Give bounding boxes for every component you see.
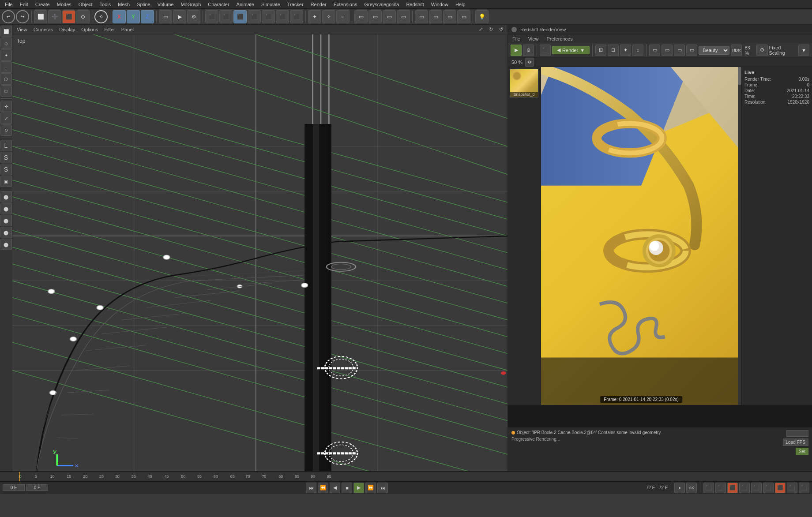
current-frame-input[interactable] [3,484,25,491]
tool-scale-side[interactable]: ⤢ [0,112,12,124]
rs-percent-settings[interactable]: ⚙ [525,58,534,67]
tool-edge[interactable]: ✦ [0,49,12,61]
axis-y-button[interactable]: Y [127,10,140,23]
console-btn[interactable]: ⬛ [763,483,774,493]
deform-4[interactable]: ▭ [457,10,470,23]
render-vp[interactable]: ▭ [397,10,410,23]
tool-polygon[interactable]: ◇ [0,37,12,49]
menu-redshift[interactable]: Redshift [403,1,427,8]
vp-menu-display[interactable]: Display [57,27,77,32]
tool-object[interactable]: ⬜ [0,26,12,37]
tool-5[interactable]: ⬛ [262,10,275,23]
tool-material[interactable]: ⬤ [0,191,12,202]
vp-menu-panel[interactable]: Panel [120,27,135,32]
menu-greyscalegorilla[interactable]: Greyscalegorilla [361,1,402,8]
tool-pen[interactable]: S [0,164,12,175]
vp-sync[interactable]: ↻ [487,26,495,32]
render-region[interactable]: ▭ [354,10,368,23]
rs-zoom-settings[interactable]: ⚙ [756,45,767,56]
rs-render-button[interactable]: ▶ [511,45,522,56]
fps-input[interactable] [786,430,808,437]
current-frame-input2[interactable] [26,484,48,491]
tool-move-side[interactable]: ✛ [0,101,12,112]
tool-selection[interactable]: ▣ [0,176,12,187]
render-scrollbar[interactable] [738,67,741,405]
thumbnail-snapshot[interactable]: Snapshot_0 [510,69,538,97]
tool-scale[interactable]: ⬛ [233,10,247,23]
vp-menu-filter[interactable]: Filter [102,27,117,32]
viewport-3d[interactable]: Top [12,34,508,471]
record-button[interactable]: ● [674,483,685,493]
menu-render[interactable]: Render [308,1,330,8]
load-fps-button[interactable]: Load FPS [783,438,808,446]
motion-btn[interactable]: ⬛ [739,483,750,493]
tool-point[interactable]: · [0,61,12,73]
tool-rotate[interactable]: ⬛ [219,10,233,23]
mode-model[interactable]: ▭ [159,10,172,23]
layer-btn[interactable]: ⬛ [751,483,762,493]
rs-menu-preferences[interactable]: Preferences [545,36,574,41]
rs-channels-btn[interactable]: ⊟ [608,45,619,56]
object-manager-button[interactable]: ⊙ [76,10,90,23]
redshift-close-btn[interactable] [511,27,517,32]
vp-fit[interactable]: ⤢ [477,26,485,32]
menu-tools[interactable]: Tools [97,1,114,8]
render-active-button[interactable]: ⬛ [62,10,75,23]
deform-3[interactable]: ▭ [443,10,456,23]
mode-play[interactable]: ▶ [173,10,186,23]
vp-menu-view[interactable]: View [15,27,29,32]
axis-x-button[interactable]: X [113,10,126,23]
menu-create[interactable]: Create [32,1,53,8]
rs-select-region[interactable]: ▭ [649,45,660,56]
tool-timeline[interactable]: ⬤ [0,227,12,238]
rs-ipr-button[interactable]: ⊙ [523,45,534,56]
new-object-button[interactable]: ⬜ [34,10,47,23]
rs-menu-view[interactable]: View [526,36,541,41]
play-back-button[interactable]: ◀ [330,483,340,493]
menu-spline[interactable]: Spline [134,1,154,8]
menu-modes[interactable]: Modes [54,1,75,8]
play-forward-button[interactable]: ▶ [353,483,364,493]
snap-2[interactable]: ✧ [322,10,335,23]
tool-move[interactable]: ⬛ [205,10,218,23]
menu-character[interactable]: Character [205,1,232,8]
vp-menu-cameras[interactable]: Cameras [32,27,55,32]
curve-btn[interactable]: ⬛ [715,483,726,493]
rs-menu-file[interactable]: File [511,36,522,41]
rs-hdr-btn[interactable]: HDR [731,45,742,56]
beauty-select[interactable]: Beauty Diffuse Specular Reflection [699,46,729,55]
tool-tag[interactable]: ⬤ [0,203,12,214]
menu-object[interactable]: Object [75,1,96,8]
transform-circle[interactable]: ⟲ [94,10,108,23]
menu-help[interactable]: Help [452,1,469,8]
menu-file[interactable]: File [2,1,16,8]
rs-select-none[interactable]: ▭ [674,45,685,56]
tool-rotate-side[interactable]: ↻ [0,124,12,136]
step-back-button[interactable]: ⏪ [318,483,328,493]
light-button[interactable]: 💡 [475,10,489,23]
menu-volume[interactable]: Volume [154,1,177,8]
vp-menu-options[interactable]: Options [79,27,100,32]
menu-simulate[interactable]: Simulate [258,1,283,8]
rs-select-all[interactable]: ▭ [662,45,673,56]
snap-3[interactable]: ○ [336,10,350,23]
undo-button[interactable]: ↩ [2,10,15,23]
menu-window[interactable]: Window [428,1,451,8]
deform-button[interactable]: ▭ [415,10,428,23]
menu-animate[interactable]: Animate [233,1,257,8]
rs-overlay-btn[interactable]: ✦ [620,45,631,56]
vp-lock[interactable]: ↺ [497,26,505,32]
render-dropdown-button[interactable]: ◀ Render ▼ [552,46,590,54]
render-all[interactable]: ▭ [383,10,396,23]
object-properties-button[interactable]: ➕ [48,10,61,23]
tool-7[interactable]: ⬛ [290,10,303,23]
menu-tracker[interactable]: Tracker [284,1,307,8]
tool-uv[interactable]: □ [0,85,12,97]
rs-select-4[interactable]: ▭ [686,45,697,56]
tool-6[interactable]: ⬛ [276,10,289,23]
redo-button[interactable]: ↪ [16,10,29,23]
tool-line[interactable]: S [0,152,12,163]
xpresso-btn[interactable]: ⬛ [787,483,797,493]
menu-mesh[interactable]: Mesh [115,1,133,8]
tool-knife[interactable]: L [0,140,12,151]
